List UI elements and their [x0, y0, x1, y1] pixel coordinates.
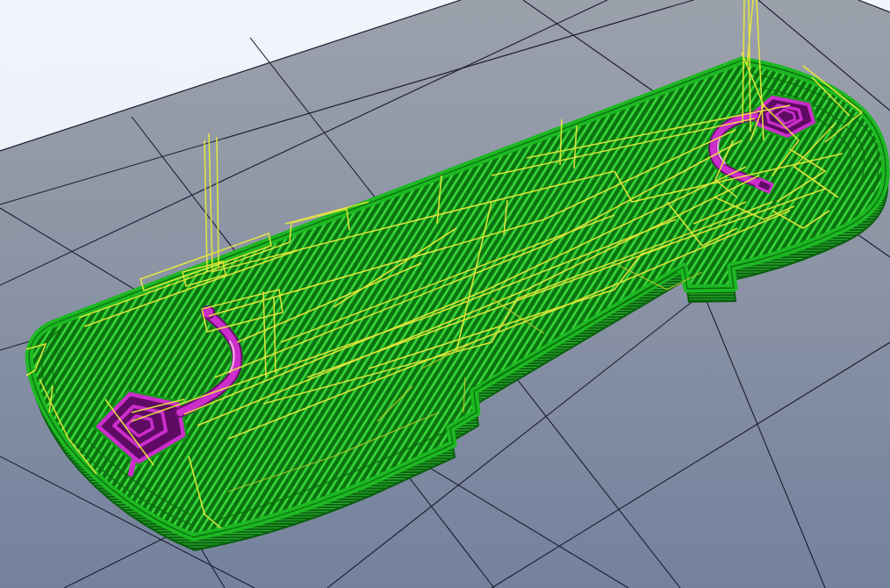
slicer-3d-viewport[interactable] [0, 0, 890, 588]
